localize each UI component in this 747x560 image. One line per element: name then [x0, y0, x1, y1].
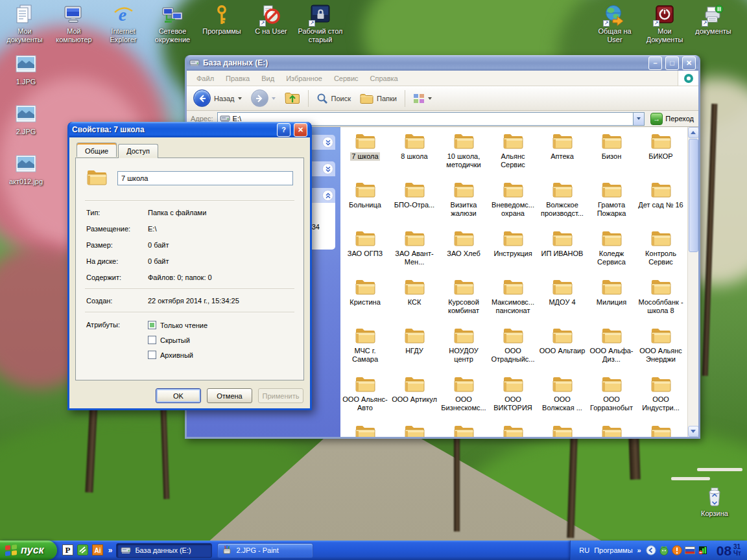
chevron-down-icon[interactable]: [322, 163, 333, 174]
attribute-checkbox-unchecked[interactable]: Скрытый: [148, 336, 208, 344]
quick-launch-pagemaker-icon[interactable]: P: [62, 544, 73, 557]
checkbox-icon[interactable]: [148, 321, 156, 329]
menu-tools[interactable]: Сервис: [328, 71, 364, 86]
folder-item[interactable]: ООО ВИКТОРИЯ: [488, 374, 538, 423]
desktop-icon-5[interactable]: Программы: [197, 4, 246, 36]
folder-item-partial[interactable]: [538, 423, 587, 437]
folder-item[interactable]: БПО-Отра...: [390, 180, 439, 228]
menu-file[interactable]: Файл: [191, 71, 220, 86]
folders-button[interactable]: Папки: [357, 91, 399, 106]
folder-item[interactable]: Бизон: [587, 131, 636, 180]
back-dropdown-caret[interactable]: [238, 97, 242, 100]
folder-item-partial[interactable]: [488, 423, 538, 437]
antivirus-agent-icon[interactable]: [659, 545, 669, 555]
dialog-close-button[interactable]: ✕: [294, 123, 307, 137]
desktop-icon-6[interactable]: ↗С на User: [246, 4, 296, 36]
attribute-checkbox-unchecked[interactable]: Архивный: [148, 351, 208, 359]
folder-item[interactable]: Альянс Сервис: [488, 131, 538, 180]
tab-general[interactable]: Общие: [77, 143, 117, 157]
dialog-titlebar[interactable]: Свойства: 7 школа ? ✕: [69, 122, 310, 137]
folder-item-partial[interactable]: [390, 423, 439, 437]
folder-item-partial[interactable]: [636, 423, 685, 437]
folder-item[interactable]: Милиция: [587, 277, 636, 325]
folder-item[interactable]: НОУДОУ центр: [439, 325, 488, 374]
folder-item[interactable]: ООО Бизнескомс...: [439, 374, 488, 423]
views-button[interactable]: [410, 91, 434, 106]
folder-item[interactable]: Вневедомс... охрана: [488, 180, 538, 228]
folder-item-partial[interactable]: [340, 423, 390, 437]
russian-flag-icon[interactable]: [685, 546, 695, 554]
folder-item[interactable]: 10 школа, методички: [439, 131, 488, 180]
desktop-icon-2[interactable]: Мой компьютер: [49, 4, 99, 44]
vertical-scrollbar[interactable]: [687, 127, 698, 437]
checkbox-icon[interactable]: [148, 351, 156, 359]
scrollbar-thumb[interactable]: [689, 139, 698, 252]
network-monitor-icon[interactable]: [698, 545, 708, 555]
folder-item[interactable]: БИКОР: [636, 131, 685, 180]
checkbox-icon[interactable]: [148, 336, 156, 344]
minimize-button[interactable]: –: [648, 56, 662, 70]
taskbar-task-active[interactable]: База данных (E:): [116, 543, 212, 558]
folder-item[interactable]: Дет сад № 16: [636, 180, 685, 228]
go-button[interactable]: → Переход: [648, 113, 696, 125]
folder-item[interactable]: ЗАО Хлеб: [439, 228, 488, 277]
folder-item[interactable]: Мособлбанк - школа 8: [636, 277, 685, 325]
folder-item[interactable]: ООО Альтаир: [538, 325, 587, 374]
search-button[interactable]: Поиск: [314, 91, 353, 106]
folder-item[interactable]: 7 школа: [340, 131, 390, 180]
desktop-icon-right-3[interactable]: ↗документы: [689, 4, 738, 36]
desktop-file-icon-2[interactable]: 2.JPG: [1, 104, 51, 136]
menu-help[interactable]: Справка: [364, 71, 404, 86]
attribute-checkbox-mixed[interactable]: Только чтение: [148, 321, 208, 329]
desktop-icon-7[interactable]: ↗Рабочий стол старый: [296, 4, 345, 44]
recycle-bin-icon[interactable]: Корзина: [689, 486, 741, 518]
folder-item[interactable]: ООО Волжская ...: [538, 374, 587, 423]
folder-item[interactable]: КСК: [390, 277, 439, 325]
folder-item-partial[interactable]: [439, 423, 488, 437]
desktop-file-icon-3[interactable]: акт012.jpg: [1, 154, 51, 186]
quick-launch-illustrator-icon[interactable]: Ai: [92, 544, 103, 557]
folder-item[interactable]: ЗАО Авант-Мен...: [390, 228, 439, 277]
folder-item[interactable]: Волжское производст...: [538, 180, 587, 228]
desktop-icon-3[interactable]: eInternet Explorer: [99, 4, 148, 44]
folder-item[interactable]: НГДУ: [390, 325, 439, 374]
folder-item[interactable]: Контроль Сервис: [636, 228, 685, 277]
folder-item[interactable]: Грамота Пожарка: [587, 180, 636, 228]
chevron-down-icon[interactable]: [322, 137, 333, 148]
desktop-icon-4[interactable]: Сетевое окружение: [148, 4, 197, 44]
folder-item[interactable]: ООО Альфа-Диз...: [587, 325, 636, 374]
scroll-up-button[interactable]: [688, 127, 699, 138]
folder-item[interactable]: 8 школа: [390, 131, 439, 180]
address-dropdown-button[interactable]: [633, 113, 644, 125]
tray-programs-label[interactable]: Программы: [594, 546, 632, 554]
folder-item[interactable]: Коледж Сервиса: [587, 228, 636, 277]
folder-item[interactable]: ООО Альянс Энерджи: [636, 325, 685, 374]
folder-item[interactable]: Больница: [340, 180, 390, 228]
quick-launch-overflow-chevron[interactable]: »: [108, 546, 113, 555]
folder-item[interactable]: ИП ИВАНОВ: [538, 228, 587, 277]
folder-item[interactable]: Кристина: [340, 277, 390, 325]
desktop-icon-1[interactable]: Мои документы: [0, 4, 49, 44]
desktop-icon-right-1[interactable]: ↗Общая на User: [590, 4, 639, 44]
desktop-file-icon-1[interactable]: 1.JPG: [1, 54, 51, 86]
desktop-icon-right-2[interactable]: ↗Мои Документы: [640, 4, 689, 44]
back-button[interactable]: Назад: [191, 88, 244, 109]
folder-item[interactable]: ООО Индустри...: [636, 374, 685, 423]
up-button[interactable]: [282, 89, 303, 107]
start-button[interactable]: пуск: [0, 541, 57, 560]
taskbar-task-inactive[interactable]: 2.JPG - Paint: [217, 543, 313, 558]
menu-favorites[interactable]: Избранное: [280, 71, 328, 86]
chevron-up-icon[interactable]: [322, 190, 333, 201]
tab-sharing[interactable]: Доступ: [118, 144, 158, 158]
folder-item[interactable]: ООО Отрадныйс...: [488, 325, 538, 374]
folder-item[interactable]: МЧС г. Самара: [340, 325, 390, 374]
folder-item[interactable]: Визитка жалюзи: [439, 180, 488, 228]
forward-button[interactable]: [248, 88, 278, 109]
views-dropdown-caret[interactable]: [428, 97, 432, 100]
folder-item[interactable]: ООО Горразнобыт: [587, 374, 636, 423]
tray-chevron[interactable]: »: [637, 546, 641, 554]
folder-item[interactable]: Курсовой комбинат: [439, 277, 488, 325]
folder-item[interactable]: Максимовс... пансионат: [488, 277, 538, 325]
help-button[interactable]: ?: [277, 123, 290, 137]
folder-item-partial[interactable]: [587, 423, 636, 437]
